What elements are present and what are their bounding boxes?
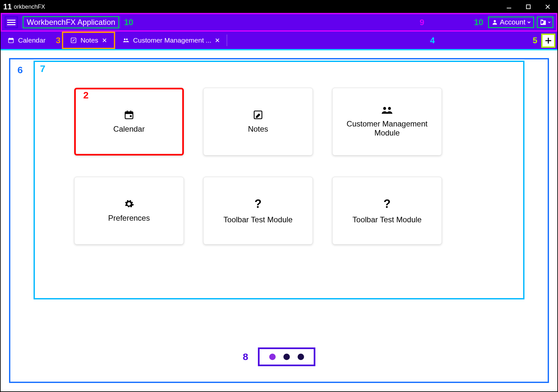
annotation-7: 7 [40,63,45,74]
tab-label: Calendar [18,36,45,44]
account-button[interactable]: Account [488,16,534,28]
page-dot-1[interactable] [269,354,275,360]
annotation-5: 5 [533,35,537,45]
app-title-wrap: WorkbenchFX Application [23,16,119,28]
hamburger-button[interactable] [5,16,18,28]
svg-rect-20 [127,111,128,113]
tile-label: Toolbar Test Module [224,215,293,224]
window-controls [499,1,557,13]
tile-preferences[interactable]: Preferences [74,177,184,245]
svg-rect-22 [130,115,132,117]
person-icon [492,19,498,25]
svg-rect-19 [125,112,133,114]
annotation-4: 4 [430,35,435,45]
account-label: Account [500,18,526,26]
hamburger-icon [7,20,15,21]
annotation-2: 2 [83,90,89,101]
tab-customer-management[interactable]: Customer Management ... [115,32,227,49]
svg-point-25 [388,107,391,110]
calendar-icon [124,110,134,120]
svg-rect-6 [9,38,14,40]
annotation-8: 8 [243,351,248,362]
module-tiles: Calendar Notes Customer Management Modul… [74,88,442,245]
tile-label: Toolbar Test Module [353,215,422,224]
tile-label: Notes [248,125,268,134]
tab-calendar[interactable]: Calendar [1,32,53,49]
annotation-10-right: 10 [474,17,483,27]
tile-customer-management[interactable]: Customer Management Module [332,88,442,156]
svg-rect-7 [10,38,10,39]
people-icon [381,106,393,115]
svg-rect-0 [507,8,511,8]
annotation-11: 11 [3,2,12,11]
tile-toolbar-test-1[interactable]: ? Toolbar Test Module [203,177,313,245]
gear-icon [124,199,134,209]
app-window: 11 orkbenchFX WorkbenchFX Application 10 [0,0,558,392]
tab-label: Notes [81,36,98,44]
app-title: WorkbenchFX Application [27,18,115,26]
tab-separator [227,35,227,46]
page-dot-3[interactable] [297,354,304,360]
tile-label: Preferences [108,214,150,223]
tab-notes[interactable]: Notes [62,32,115,49]
svg-rect-8 [12,38,13,39]
maximize-icon [526,5,531,9]
svg-point-24 [383,107,386,110]
close-button[interactable] [538,1,557,13]
toolbar: WorkbenchFX Application 10 9 10 Account [1,13,557,32]
content-area: 6 7 2 Calendar Notes Customer Management… [3,52,555,389]
people-icon [122,37,129,44]
svg-point-13 [126,38,127,40]
titlebar: 11 orkbenchFX [1,1,557,13]
svg-rect-21 [130,111,131,113]
chevron-down-icon [548,21,551,24]
plus-icon [545,37,552,44]
language-button[interactable] [537,16,553,28]
pagination [258,347,315,366]
tile-label: Customer Management Module [336,119,438,137]
svg-point-4 [493,20,496,22]
minimize-icon [507,5,511,9]
page-dot-2[interactable] [283,354,290,360]
close-icon [545,5,550,9]
titlebar-left: 11 orkbenchFX [3,2,45,11]
annotation-3: 3 [56,35,60,45]
tab-label: Customer Management ... [133,36,212,44]
help-icon: ? [384,197,391,211]
help-icon: ? [254,197,262,211]
tile-label: Calendar [113,125,144,134]
edit-icon [70,37,77,44]
svg-rect-1 [526,5,530,9]
tile-notes[interactable]: Notes [203,88,313,156]
tab-close-icon[interactable] [215,38,220,43]
translate-icon [540,19,547,26]
toolbar-right: Account [488,16,554,28]
tile-calendar[interactable]: Calendar [74,88,184,156]
edit-icon [253,110,263,120]
svg-point-12 [124,38,125,40]
pagination-area: 8 [243,347,315,366]
add-tab-button[interactable] [541,34,555,48]
tile-toolbar-test-2[interactable]: ? Toolbar Test Module [332,177,442,245]
tab-close-icon[interactable] [102,38,107,43]
annotation-9: 9 [420,17,424,27]
annotation-10-left: 10 [124,17,133,27]
calendar-icon [8,37,14,44]
annotation-6: 6 [17,65,23,75]
window-title: orkbenchFX [14,4,45,10]
maximize-button[interactable] [519,1,538,13]
minimize-button[interactable] [499,1,519,13]
chevron-down-icon [527,21,531,24]
tabbar: Calendar 3 Notes Customer Management ...… [1,32,557,50]
